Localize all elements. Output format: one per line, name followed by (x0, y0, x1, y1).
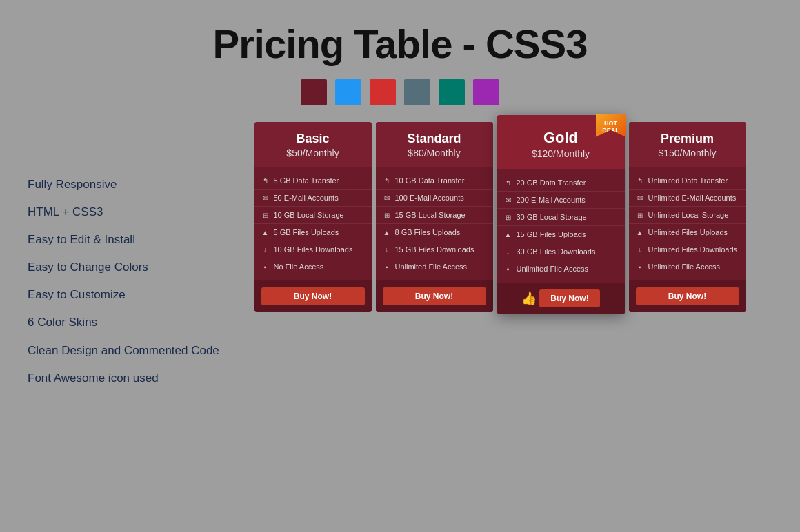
download-icon: ↓ (504, 248, 512, 256)
feature-row: ↰ 10 GB Data Transfer (376, 172, 493, 190)
plan-premium-features: ↰ Unlimited Data Transfer ✉ Unlimited E-… (629, 167, 746, 280)
upload-icon: ▲ (636, 229, 644, 236)
plan-standard-footer: Buy Now! (376, 280, 493, 312)
feature-row: ✉ 50 E-Mail Accounts (254, 190, 372, 207)
download-icon: ↓ (261, 246, 270, 254)
email-icon: ✉ (504, 196, 512, 204)
plan-standard-name: Standard (383, 132, 486, 146)
feature-text: Unlimited Files Downloads (648, 245, 738, 254)
file-icon: ▪ (636, 263, 644, 271)
file-icon: ▪ (383, 263, 391, 271)
feature-text: 15 GB Local Storage (395, 211, 466, 219)
plan-basic-header: Basic $50/Monthly (254, 122, 372, 167)
file-icon: ▪ (504, 265, 512, 273)
plan-premium-price: $150/Monthly (636, 147, 739, 158)
feature-text: Unlimited Files Uploads (648, 228, 728, 236)
thumbs-up-icon: 👍 (521, 291, 537, 306)
feature-row: ⊞ 15 GB Local Storage (376, 207, 493, 224)
plan-standard-price: $80/Monthly (383, 147, 486, 158)
page-title: Pricing Table - CSS3 (213, 21, 588, 67)
feature-row: ▲ 8 GB Files Uploads (376, 224, 493, 241)
swatch-slate[interactable] (404, 79, 430, 105)
feature-item: Font Awesome icon used (28, 371, 228, 386)
feature-text: 100 E-Mail Accounts (395, 194, 464, 202)
plan-gold-price: $120/Monthly (504, 148, 618, 159)
feature-row: ▪ No File Access (254, 258, 372, 275)
plan-gold-footer: 👍 Buy Now! (497, 283, 625, 314)
buy-now-button[interactable]: Buy Now! (261, 287, 365, 305)
feature-text: No File Access (274, 263, 324, 271)
feature-row: ↰ Unlimited Data Transfer (629, 172, 746, 190)
plan-premium-footer: Buy Now! (629, 280, 746, 312)
feature-row: ↓ 15 GB Files Downloads (376, 241, 493, 258)
swatch-purple[interactable] (473, 79, 499, 105)
storage-icon: ⊞ (383, 212, 391, 219)
features-list: Fully Responsive HTML + CSS3 Easy to Edi… (28, 122, 228, 398)
feature-item: Fully Responsive (28, 177, 228, 192)
feature-row: ▲ Unlimited Files Uploads (629, 224, 746, 241)
swatch-teal[interactable] (439, 79, 465, 105)
transfer-icon: ↰ (261, 177, 270, 185)
plan-basic-footer: Buy Now! (254, 280, 372, 312)
feature-row: ▪ Unlimited File Access (497, 260, 625, 277)
feature-row: ✉ Unlimited E-Mail Accounts (629, 190, 746, 207)
plan-standard: Standard $80/Monthly ↰ 10 GB Data Transf… (376, 122, 493, 312)
buy-now-button[interactable]: Buy Now! (383, 287, 486, 305)
feature-text: 5 GB Files Uploads (274, 228, 339, 236)
feature-row: ↓ 30 GB Files Downloads (497, 243, 625, 260)
plan-basic-features: ↰ 5 GB Data Transfer ✉ 50 E-Mail Account… (254, 167, 372, 280)
feature-text: 15 GB Files Uploads (517, 230, 586, 238)
feature-text: 10 GB Local Storage (274, 211, 344, 219)
feature-text: 50 E-Mail Accounts (274, 194, 339, 202)
color-swatches (301, 79, 499, 105)
feature-text: 10 GB Files Downloads (274, 245, 353, 254)
swatch-blue[interactable] (335, 79, 361, 105)
feature-text: 10 GB Data Transfer (395, 176, 465, 185)
transfer-icon: ↰ (383, 177, 391, 185)
plan-standard-header: Standard $80/Monthly (376, 122, 493, 167)
swatch-red[interactable] (370, 79, 396, 105)
feature-row: ⊞ Unlimited Local Storage (629, 207, 746, 224)
feature-text: 15 GB Files Downloads (395, 245, 474, 254)
upload-icon: ▲ (261, 229, 270, 236)
feature-text: Unlimited E-Mail Accounts (648, 194, 737, 202)
download-icon: ↓ (636, 246, 644, 254)
feature-row: ↓ 10 GB Files Downloads (254, 241, 372, 258)
feature-row: ↓ Unlimited Files Downloads (629, 241, 746, 258)
feature-text: Unlimited File Access (395, 263, 468, 271)
plan-basic: Basic $50/Monthly ↰ 5 GB Data Transfer ✉… (254, 122, 372, 312)
feature-text: 8 GB Files Uploads (395, 228, 461, 236)
plan-gold-features: ↰ 20 GB Data Transfer ✉ 200 E-Mail Accou… (497, 169, 625, 283)
feature-text: 200 E-Mail Accounts (517, 196, 586, 204)
plan-gold: HOTDEAL Gold $120/Monthly ↰ 20 GB Data T… (497, 115, 625, 314)
feature-item: Easy to Change Colors (28, 260, 228, 275)
plan-premium-header: Premium $150/Monthly (629, 122, 746, 167)
feature-text: 20 GB Data Transfer (517, 178, 586, 187)
storage-icon: ⊞ (636, 212, 644, 219)
feature-item: Easy to Customize (28, 287, 228, 303)
feature-text: Unlimited Data Transfer (648, 176, 728, 185)
feature-row: ✉ 200 E-Mail Accounts (497, 192, 625, 209)
feature-row: ▪ Unlimited File Access (376, 258, 493, 275)
plan-premium-name: Premium (636, 132, 739, 146)
feature-row: ↰ 5 GB Data Transfer (254, 172, 372, 190)
transfer-icon: ↰ (504, 179, 512, 187)
feature-text: Unlimited File Access (517, 265, 589, 273)
buy-now-button[interactable]: Buy Now! (539, 289, 599, 307)
buy-now-button[interactable]: Buy Now! (636, 287, 739, 305)
feature-row: ⊞ 30 GB Local Storage (497, 209, 625, 226)
file-icon: ▪ (261, 263, 270, 271)
feature-text: Unlimited File Access (648, 263, 721, 271)
storage-icon: ⊞ (261, 212, 270, 219)
feature-row: ↰ 20 GB Data Transfer (497, 174, 625, 192)
feature-text: 5 GB Data Transfer (274, 176, 339, 185)
download-icon: ↓ (383, 246, 391, 254)
feature-row: ⊞ 10 GB Local Storage (254, 207, 372, 224)
upload-icon: ▲ (383, 229, 391, 236)
feature-text: 30 GB Files Downloads (517, 247, 596, 256)
feature-row: ▲ 15 GB Files Uploads (497, 226, 625, 243)
email-icon: ✉ (383, 194, 391, 202)
feature-row: ▲ 5 GB Files Uploads (254, 224, 372, 241)
feature-item: HTML + CSS3 (28, 205, 228, 220)
swatch-dark-red[interactable] (301, 79, 327, 105)
